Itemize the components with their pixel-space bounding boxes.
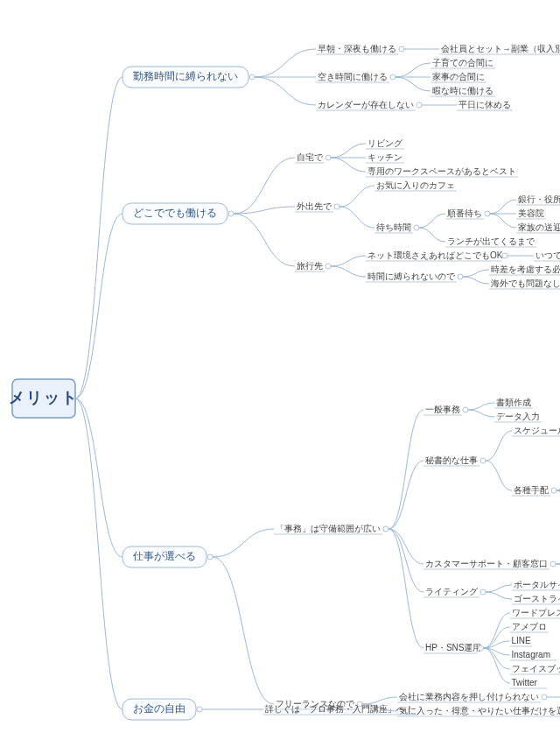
node-label: 各種手配 (514, 485, 549, 495)
node-label: 気に入った・得意・やりたい仕事だけを選べる (399, 706, 560, 715)
node-label: 秘書的な仕事 (425, 455, 478, 465)
svg-point-24 (485, 211, 490, 216)
node-label: ネット環境さえあればどこでもOK (368, 250, 503, 260)
node-label: 美容院 (518, 208, 544, 218)
svg-point-35 (458, 274, 463, 279)
node-label: 会社に業務内容を押し付けられない (399, 692, 539, 701)
svg-point-42 (463, 407, 468, 412)
node-label: LINE (512, 636, 532, 645)
svg-point-81 (542, 694, 547, 700)
root-label: メリット (9, 389, 79, 406)
node-label: いつでも自由に旅行に行けるようになる (536, 250, 560, 260)
svg-point-10 (416, 102, 422, 108)
svg-point-49 (551, 488, 556, 493)
node-label: 空き時間に働ける (318, 72, 388, 81)
svg-point-0 (249, 74, 255, 80)
svg-point-5 (390, 74, 396, 80)
node-label: 海外でも問題なし (491, 278, 560, 288)
node-label: 外出先で (297, 201, 332, 211)
branch-label: 勤務時間に縛られない (133, 70, 238, 82)
svg-point-19 (334, 204, 340, 209)
node-label: データ入力 (496, 412, 540, 421)
node-label: ランチが出てくるまで (447, 236, 536, 246)
svg-point-84 (197, 707, 202, 712)
node-label: 早朝・深夜も働ける (318, 44, 396, 53)
branch-label: お金の自由 (133, 702, 186, 715)
node-label: 時間に縛られないので (368, 271, 456, 281)
node-label: 子育ての合間に (432, 58, 494, 67)
svg-point-67 (480, 589, 486, 595)
svg-point-71 (479, 645, 484, 651)
node-label: アメブロ (512, 622, 547, 631)
node-label: 銀行・役所 (518, 194, 560, 204)
node-label: 会社員とセット→副業（収入別・副業記事をリンク） (441, 44, 560, 53)
svg-point-22 (414, 225, 419, 230)
node-label: 家事の合間に (432, 72, 485, 81)
svg-point-63 (550, 561, 556, 567)
node-label: ワードプレス (512, 608, 561, 617)
node-label: 書類作成 (496, 398, 531, 407)
node-label: HP・SNS運用 (425, 643, 481, 652)
node-label: 家族の送迎（塾や習い事、夫の会社） (518, 222, 560, 232)
node-label: 「事務」は守備範囲が広い (276, 524, 381, 533)
node-label: 暇な時に働ける (432, 86, 494, 95)
node-label: 専用のワークスペースがあるとベスト (368, 166, 516, 176)
svg-point-2 (399, 46, 404, 52)
svg-point-14 (326, 155, 331, 160)
node-label: カレンダーが存在しない (318, 100, 414, 109)
svg-point-46 (480, 458, 486, 463)
node-label: 平日に休める (458, 100, 511, 109)
node-label: Instagram (512, 650, 550, 659)
node-label: お気に入りのカフェ (376, 180, 455, 190)
node-label: 一般事務 (425, 405, 460, 414)
node-label: 時差を考慮する必要なし (491, 264, 560, 274)
mindmap-diagram: メリット勤務時間に縛られない早朝・深夜も働ける会社員とセット→副業（収入別・副業… (0, 0, 560, 733)
node-label: ライティング (425, 587, 479, 596)
node-label: カスタマーサポート・顧客窓口 (425, 559, 548, 568)
node-label: 自宅で (297, 152, 324, 162)
svg-point-30 (326, 264, 331, 269)
node-label: ポータルサイト・まとめサイト・キュレーションサイト (514, 580, 560, 589)
branch-label: 仕事が選べる (132, 550, 196, 562)
node-label: フェイスブック (512, 664, 561, 673)
node-label: スケジュール管理 (514, 426, 560, 435)
node-label: キッチン (368, 152, 402, 162)
svg-point-38 (207, 554, 213, 560)
node-label: 待ち時間 (376, 222, 411, 232)
svg-point-40 (383, 526, 388, 532)
svg-point-32 (502, 253, 508, 258)
node-label: ゴーストライター（お客様の代わりに書く） (514, 594, 560, 603)
svg-point-12 (228, 211, 234, 216)
node-label: 詳しくは「プロ事務・入門講座」へ！ (265, 704, 414, 714)
node-label: Twitter (512, 678, 538, 687)
branch-label: どこででも働ける (133, 207, 217, 219)
node-label: 順番待ち (447, 208, 482, 218)
node-label: 旅行先 (297, 261, 323, 271)
node-label: リビング (368, 138, 403, 148)
